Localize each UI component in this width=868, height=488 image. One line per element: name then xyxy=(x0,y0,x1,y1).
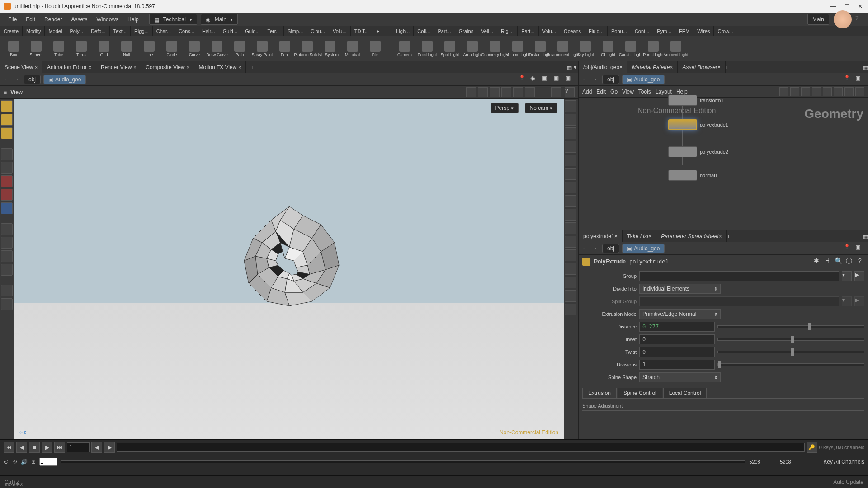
lock-icon[interactable] xyxy=(565,127,576,139)
brush-tool-icon[interactable] xyxy=(501,87,511,97)
tool-causticlight[interactable]: Caustic Light xyxy=(621,41,641,57)
snap-point-icon[interactable] xyxy=(1,237,13,249)
tool-box[interactable]: Box xyxy=(4,41,24,57)
shelf-tab[interactable]: Rigg... xyxy=(131,26,153,36)
tab-add[interactable]: + xyxy=(726,64,729,70)
menu-render[interactable]: Render xyxy=(40,16,66,23)
number-icon[interactable] xyxy=(565,249,576,261)
path-root[interactable]: obj xyxy=(24,75,41,84)
tab-render-view[interactable]: Render View× xyxy=(96,61,141,73)
inset-field[interactable] xyxy=(639,334,715,344)
back-arrow-icon[interactable]: ← xyxy=(582,76,590,83)
inset-slider[interactable] xyxy=(717,338,864,341)
pane-menu-icon[interactable]: ▦ xyxy=(567,64,572,70)
shelf-tab[interactable]: TD T... xyxy=(351,26,373,36)
help-icon[interactable]: ? xyxy=(855,15,864,24)
tab-close-icon[interactable]: × xyxy=(719,233,722,239)
tool-lsystem[interactable]: L-System xyxy=(320,41,340,57)
tool-circle[interactable]: Circle xyxy=(162,41,182,57)
shelf-tab[interactable]: Char... xyxy=(153,26,175,36)
distance-slider[interactable] xyxy=(717,325,864,328)
tool-curve[interactable]: Curve xyxy=(184,41,204,57)
divide-into-dropdown[interactable]: Individual Elements⇕ xyxy=(639,284,721,294)
tool-arealight[interactable]: Area Light xyxy=(462,41,482,57)
menu-file[interactable]: File xyxy=(4,16,21,23)
tool-geolight[interactable]: Geometry Light xyxy=(485,41,505,57)
back-arrow-icon[interactable]: ← xyxy=(582,245,590,252)
shelf-tab[interactable]: Ligh... xyxy=(392,26,414,36)
arrow-tool-icon[interactable] xyxy=(1,148,13,160)
shelf-tab[interactable]: Part... xyxy=(518,26,538,36)
rotate-tool-icon[interactable] xyxy=(1,189,13,201)
tool-font[interactable]: Font xyxy=(275,41,295,57)
lasso-tool-icon[interactable] xyxy=(478,87,488,97)
minimize-button[interactable]: — xyxy=(829,2,837,10)
display-icon[interactable] xyxy=(565,263,576,275)
construction-icon[interactable] xyxy=(1,285,13,296)
tool-torus[interactable]: Torus xyxy=(71,41,91,57)
find-icon[interactable]: ▣ xyxy=(855,244,864,253)
fwd-arrow-icon[interactable]: → xyxy=(14,76,21,83)
shelf-tab[interactable]: Pyro... xyxy=(653,26,675,36)
render-icon[interactable]: ▣ xyxy=(542,75,551,84)
houdini-icon[interactable]: H xyxy=(823,257,832,266)
tab-add[interactable]: + xyxy=(727,233,730,239)
list-icon[interactable] xyxy=(801,87,810,96)
tool-pointlight[interactable]: Point Light xyxy=(417,41,437,57)
tab-close-icon[interactable]: × xyxy=(238,65,241,70)
shelf-tab[interactable]: Part... xyxy=(434,26,455,36)
node-polyextrude1[interactable]: polyextrude1 xyxy=(668,119,728,130)
subtab-local-control[interactable]: Local Control xyxy=(663,388,707,398)
shelf-tab[interactable]: Wires xyxy=(693,26,714,36)
auto-update-toggle[interactable]: Auto Update xyxy=(833,479,863,485)
tab-close-icon[interactable]: × xyxy=(35,65,38,70)
shelf-tab[interactable]: Guid... xyxy=(219,26,241,36)
stop-button[interactable]: ■ xyxy=(29,442,40,453)
prev-frame-button[interactable]: ◀ xyxy=(16,442,27,453)
fwd-arrow-icon[interactable]: → xyxy=(592,76,599,83)
current-frame-field[interactable] xyxy=(67,442,90,452)
gear-icon[interactable]: ✱ xyxy=(812,257,821,266)
tool-ambientlight[interactable]: Ambient Light xyxy=(666,41,686,57)
node-menu-help[interactable]: Help xyxy=(676,89,688,95)
shelf-tab[interactable]: Defo... xyxy=(87,26,109,36)
pin-icon[interactable]: 📍 xyxy=(519,75,528,84)
snap-multi-icon[interactable] xyxy=(1,264,13,276)
tool-grid[interactable]: Grid xyxy=(94,41,114,57)
shelf-tab[interactable]: Text... xyxy=(110,26,131,36)
tab-close-icon[interactable]: × xyxy=(187,65,189,70)
group-field[interactable] xyxy=(639,271,839,281)
range-icon[interactable]: ⊞ xyxy=(31,459,36,465)
lighting-icon[interactable] xyxy=(565,155,576,166)
first-frame-button[interactable]: ⏮ xyxy=(4,442,14,453)
menu-windows[interactable]: Windows xyxy=(92,16,123,23)
section-header[interactable]: Shape Adjustment xyxy=(582,401,864,411)
palette-icon[interactable] xyxy=(844,87,854,96)
play-button[interactable]: ▶ xyxy=(42,442,52,453)
shelf-tab[interactable]: Volu... xyxy=(539,26,561,36)
node-polyextrude2[interactable]: polyextrude2 xyxy=(668,146,728,157)
tool-envlight[interactable]: Environment Light xyxy=(553,41,573,57)
tool-spraypaint[interactable]: Spray Paint xyxy=(252,41,272,57)
fwd-arrow-icon[interactable]: → xyxy=(592,245,599,252)
tab-close-icon[interactable]: × xyxy=(648,233,651,239)
node-body[interactable] xyxy=(668,170,697,181)
tab-asset-browser[interactable]: Asset Browser × xyxy=(678,61,725,73)
range-slider[interactable] xyxy=(61,460,745,463)
tool-drawcurve[interactable]: Draw Curve xyxy=(207,41,227,57)
extrusion-mode-dropdown[interactable]: Primitive/Edge Normal⇕ xyxy=(639,309,721,319)
node-menu-go[interactable]: Go xyxy=(610,89,618,95)
gear-icon[interactable] xyxy=(551,87,561,97)
tool-path[interactable]: Path xyxy=(230,41,250,57)
move-tool-icon[interactable] xyxy=(1,175,13,187)
audio-icon[interactable]: 🔊 xyxy=(21,459,28,465)
tab-close-icon[interactable]: × xyxy=(619,64,623,70)
xray-icon[interactable] xyxy=(565,222,576,234)
shelf-tab[interactable]: Grains xyxy=(455,26,477,36)
shelf-tab[interactable]: Poly... xyxy=(66,26,87,36)
node-graph[interactable]: Non-Commercial Edition Geometry transfor… xyxy=(579,98,868,217)
tab-close-icon[interactable]: × xyxy=(614,233,618,239)
node-body[interactable] xyxy=(668,146,697,157)
materials-icon[interactable] xyxy=(565,168,576,180)
shelf-tab[interactable]: Oceans xyxy=(560,26,585,36)
